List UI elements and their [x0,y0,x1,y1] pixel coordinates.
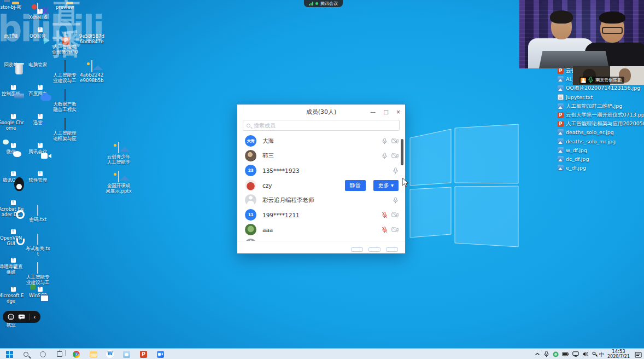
member-row[interactable]: 彩云追月编程李老师 [237,193,405,207]
desktop-icon-microsoft-edge[interactable]: Microsoft Edge [0,292,24,304]
member-action-button[interactable]: 更多 ▾ [373,180,399,191]
desktop-file-item[interactable]: 人工智能理论框架与应用20200506.pptx [558,120,644,128]
desktop-icon--[interactable]: 控制面板 [0,90,24,96]
clock-time: 14:53 [607,349,630,354]
desktop-icon-winscp[interactable]: WinSCP [25,292,51,298]
member-avatar [245,224,256,235]
mic-off-icon[interactable] [382,227,388,233]
search-input[interactable] [253,122,396,129]
desktop-icon--[interactable]: 腾讯会议 [25,148,51,154]
tray-display-icon[interactable] [572,351,579,357]
taskbar-search-icon[interactable] [19,349,33,359]
desktop-file-item[interactable]: w_df.jpg [558,147,587,153]
desktop-icon--2-[interactable]: 人工智能理论框架与应用2... [52,119,78,142]
cam-off-icon[interactable] [391,138,399,144]
desktop-icon--txt[interactable]: 密码.txt [25,205,51,222]
taskbar-txmeeting-icon[interactable] [153,349,167,359]
tray-shield-icon[interactable] [553,351,559,357]
mic-icon[interactable] [393,167,399,174]
member-row[interactable]: czy 静音更多 ▾ [237,178,405,193]
member-search-box[interactable] [243,120,400,131]
desktop-icon--pptx[interactable]: 全国开课成果展示.pptx [106,171,132,194]
collapse-chevron-icon[interactable]: ‹ [33,314,36,320]
taskbar-ppt-icon[interactable] [137,349,151,359]
desktop-file-item[interactable]: deaths_solo_mr.jpg [558,138,616,144]
desktop-icon--0-[interactable]: 大数据产教融合工程实践0... [52,90,78,113]
member-row[interactable] [237,237,405,241]
desktop-icon--qq[interactable]: 腾讯QQ [0,176,24,183]
action-center-icon[interactable] [635,350,642,359]
scrollbar-thumb[interactable] [401,139,403,165]
dialog-titlebar[interactable]: 成员(30人) — □ × [237,105,405,119]
mic-icon[interactable] [393,197,399,204]
desktop-icon-label: 人工智能专业建设与工程... [52,72,78,84]
mic-off-icon[interactable] [382,212,388,218]
taskbar-chrome-icon[interactable] [69,349,84,359]
desktop-icon--txt[interactable]: 考试相关.txt [25,234,51,257]
cam-off-icon[interactable] [391,227,399,233]
shortcut-arrow-icon [11,171,16,176]
desktop-icon-acrobat-reader-dc[interactable]: Acrobat Reader DC [0,205,24,217]
footer-button[interactable] [368,247,380,252]
desktop-icon--[interactable]: 迅雷 [25,119,51,125]
tray-volume-icon[interactable] [582,351,589,357]
taskbar-cortana-icon[interactable] [36,349,50,359]
desktop-file-item[interactable]: dc_df.jpg [558,156,589,162]
desktop-icon--[interactable]: 微信 [0,148,24,154]
desktop-file-item[interactable]: 云创大学第一期开班仪式0713.pptx [558,112,644,119]
mic-icon[interactable] [382,138,388,144]
cam-off-icon[interactable] [391,153,399,159]
chat-icon[interactable] [18,312,25,322]
member-action-button[interactable]: 静音 [345,180,366,191]
desktop-icon--[interactable]: 云创青少年人工智能学院... [106,142,132,165]
desktop-icon--[interactable]: 人工智能专业建设与工程... [52,61,78,84]
desktop-file-item[interactable]: 人工智能加群二维码.jpg [558,103,622,110]
member-row[interactable]: aaa [237,222,405,237]
member-row[interactable]: 11 199****1211 [237,207,405,222]
desktop-file-item[interactable]: QQ图片20200714123156.jpg [558,85,640,92]
tray-chevron-up-icon[interactable] [534,352,540,356]
taskbar-explorer-icon[interactable] [86,349,101,359]
desktop-file-item[interactable]: Jupyter.txt [558,94,593,100]
mic-icon[interactable] [382,153,388,159]
close-button[interactable]: × [396,109,401,115]
taskbar-wps-icon[interactable] [103,349,117,359]
desktop-icon--[interactable]: 哔哩哔哩直播姬 [0,263,24,275]
desktop-icon-label: Google Chrome [0,120,24,131]
taskbar-qqimg-icon[interactable] [120,349,134,359]
footer-button[interactable] [386,247,398,252]
cam-off-icon[interactable] [391,212,399,218]
member-list: 大海 大海 郭三 23 135****1923 czy 静音更多 ▾ [237,134,405,241]
member-row[interactable]: 郭三 [237,148,405,163]
input-language-indicator[interactable]: 中 [599,351,605,358]
dialog-title: 成员(30人) [306,108,337,116]
desktop-icon-4a6b2242e9098b5bad5-[interactable]: 4a6b2242e9098b5bad5... [79,61,105,84]
desktop-icon--[interactable]: 软件管理 [25,176,51,183]
desktop-icon-openvpn-gui[interactable]: OpenVPN GUI [0,234,24,246]
desktop-icon--[interactable]: 回收站 [0,61,24,67]
desktop-file-item[interactable]: e_df.jpg [558,165,586,171]
file-name: dc_df.jpg [566,156,589,162]
desktop-icon--[interactable]: 百度网盘 [25,90,51,96]
tray-mic-icon[interactable] [543,351,549,357]
desktop-icon-google-chrome[interactable]: Google Chrome [0,119,24,131]
footer-button[interactable] [351,247,363,252]
emoji-icon[interactable] [8,312,14,322]
taskbar-start-icon[interactable] [2,349,16,359]
desktop-icon--[interactable]: 人工智能专业建设与工程.. [25,263,51,286]
taskbar-clock[interactable]: 14:53 2020/7/21 [607,349,630,359]
maximize-button[interactable]: □ [383,109,388,115]
member-row[interactable]: 23 135****1923 [237,163,405,178]
desktop-icon-label: 人工智能专业建设与工程.. [25,274,51,286]
taskbar-taskview-icon[interactable] [52,349,67,359]
meeting-status-pill[interactable]: 腾讯会议 [304,0,343,7]
desktop-icon--[interactable]: 电脑管家 [25,61,51,67]
minimize-button[interactable]: — [370,109,376,115]
file-name: w_df.jpg [566,147,587,153]
desktop-file-item[interactable]: deaths_solo_er.jpg [558,129,614,135]
desktop-file-item[interactable]: AI.j [558,76,574,82]
desktop-icon-glyph [65,60,66,72]
member-row[interactable]: 大海 大海 [237,134,405,148]
tray-battery-icon[interactable] [562,352,569,356]
tray-key-icon[interactable] [592,351,598,357]
